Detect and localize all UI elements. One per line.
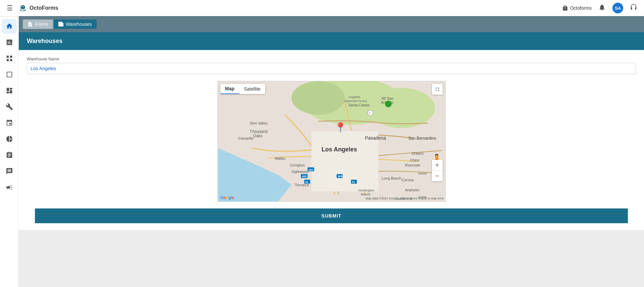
warehouse-name-input[interactable] bbox=[27, 63, 636, 74]
sidebar-item-tools[interactable] bbox=[2, 99, 17, 114]
sidebar-item-dashboard[interactable] bbox=[2, 83, 17, 98]
svg-text:405: 405 bbox=[302, 175, 306, 178]
svg-text:405: 405 bbox=[308, 169, 313, 172]
map-footer-text: Map data ©2024 Google, INEGI Terms Repor… bbox=[365, 197, 444, 200]
form-container: Warehouse Name bbox=[19, 50, 644, 230]
tools-icon bbox=[6, 103, 13, 110]
sidebar-item-home[interactable] bbox=[2, 19, 17, 34]
sidebar-item-chart[interactable] bbox=[2, 132, 17, 146]
svg-text:Mt San: Mt San bbox=[382, 96, 393, 100]
svg-point-2 bbox=[23, 6, 24, 7]
svg-point-8 bbox=[368, 88, 435, 128]
svg-text:National Forest: National Forest bbox=[344, 99, 367, 103]
svg-text:Riverside: Riverside bbox=[405, 163, 420, 167]
svg-text:91: 91 bbox=[305, 181, 308, 184]
map-wrapper: Los Angeles San Bernardino Ontario Chino… bbox=[27, 81, 636, 202]
svg-text:Pasadena: Pasadena bbox=[365, 135, 386, 141]
svg-text:Beach: Beach bbox=[361, 192, 370, 196]
box-icon bbox=[6, 71, 13, 78]
sidebar-item-tasks[interactable] bbox=[2, 148, 17, 162]
chart-icon bbox=[6, 135, 13, 143]
svg-text:91: 91 bbox=[352, 181, 355, 184]
headset-button[interactable] bbox=[629, 2, 639, 14]
sidebar-item-analytics[interactable] bbox=[2, 35, 17, 50]
map-controls: Map Satellite bbox=[220, 84, 265, 94]
submit-button[interactable]: SUBMIT bbox=[35, 208, 628, 223]
svg-text:Long Beach: Long Beach bbox=[382, 176, 401, 180]
sidebar-item-megaphone[interactable] bbox=[2, 180, 17, 195]
tab-warehouses[interactable]: Warehouses bbox=[54, 19, 97, 29]
map-container[interactable]: Los Angeles San Bernardino Ontario Chino… bbox=[217, 81, 446, 202]
fullscreen-icon bbox=[435, 87, 440, 92]
page-content: Warehouses Warehouse Name bbox=[19, 32, 644, 287]
top-nav: ☰ OctoForms Octoforms SA bbox=[0, 0, 644, 16]
calendar-icon bbox=[6, 119, 13, 127]
svg-text:Corona: Corona bbox=[401, 178, 414, 182]
map-tab-satellite[interactable]: Satellite bbox=[239, 84, 265, 94]
top-nav-right: Octoforms SA bbox=[562, 2, 639, 14]
headset-icon bbox=[630, 4, 637, 11]
hamburger-button[interactable]: ☰ bbox=[5, 3, 14, 13]
avatar[interactable]: SA bbox=[612, 3, 623, 13]
map-fullscreen-button[interactable] bbox=[432, 84, 443, 95]
svg-text:Los Angeles: Los Angeles bbox=[321, 146, 357, 153]
svg-text:Malibu: Malibu bbox=[275, 156, 285, 160]
svg-text:Oaks: Oaks bbox=[253, 134, 262, 138]
svg-point-0 bbox=[20, 5, 25, 9]
map-zoom-controls: + − bbox=[432, 160, 443, 181]
map-svg: Los Angeles San Bernardino Ontario Chino… bbox=[218, 81, 445, 201]
forms-tab-icon bbox=[28, 21, 33, 27]
zoom-out-button[interactable]: − bbox=[432, 171, 443, 181]
svg-point-1 bbox=[21, 6, 22, 7]
zoom-in-button[interactable]: + bbox=[432, 160, 443, 171]
sidebar-item-box[interactable] bbox=[2, 67, 17, 82]
analytics-icon bbox=[6, 39, 13, 46]
svg-text:Ontario: Ontario bbox=[411, 151, 424, 155]
page-header: Warehouses bbox=[19, 32, 644, 50]
home-icon bbox=[6, 22, 13, 30]
tasks-icon bbox=[6, 151, 13, 159]
svg-point-7 bbox=[291, 81, 345, 114]
megaphone-icon bbox=[6, 184, 13, 191]
bell-icon bbox=[598, 4, 606, 11]
svg-text:Compton: Compton bbox=[290, 163, 304, 167]
svg-text:Thousand: Thousand bbox=[250, 129, 267, 134]
shop-icon bbox=[562, 5, 568, 11]
shop-label: Octoforms bbox=[570, 5, 592, 11]
svg-text:605: 605 bbox=[338, 175, 342, 178]
breadcrumb-bar: Forms Warehouses bbox=[19, 16, 644, 32]
svg-text:Huntington: Huntington bbox=[358, 188, 374, 192]
brand-name: OctoForms bbox=[30, 5, 58, 11]
page-title: Warehouses bbox=[27, 38, 62, 44]
svg-text:Santa Clarita: Santa Clarita bbox=[348, 103, 369, 107]
svg-text:2: 2 bbox=[369, 112, 370, 115]
svg-text:Chino: Chino bbox=[410, 158, 419, 162]
svg-point-49 bbox=[385, 101, 392, 107]
sidebar-item-calendar[interactable] bbox=[2, 115, 17, 130]
map-marker: 📍 bbox=[335, 122, 346, 133]
brand-icon bbox=[18, 3, 28, 13]
grid-icon bbox=[6, 55, 13, 62]
sidebar-item-grid[interactable] bbox=[2, 51, 17, 66]
svg-text:Simi Valley: Simi Valley bbox=[250, 121, 268, 125]
svg-text:Camarillo: Camarillo bbox=[238, 136, 253, 140]
tab-forms[interactable]: Forms bbox=[23, 19, 53, 29]
content-area: Forms Warehouses Warehouses Warehouse Na… bbox=[19, 16, 644, 287]
warehouse-name-field: Warehouse Name bbox=[27, 57, 636, 74]
map-tab-map[interactable]: Map bbox=[220, 84, 239, 94]
alert-button[interactable] bbox=[597, 2, 607, 14]
svg-text:San Bernardino: San Bernardino bbox=[408, 136, 436, 141]
sidebar bbox=[0, 16, 19, 287]
brand: OctoForms bbox=[18, 3, 58, 13]
svg-text:Anaheim: Anaheim bbox=[405, 188, 419, 192]
messages-icon bbox=[6, 168, 13, 175]
svg-text:Inglewood: Inglewood bbox=[291, 170, 308, 174]
svg-text:Morer: Morer bbox=[418, 172, 427, 175]
svg-text:Angeles: Angeles bbox=[348, 95, 360, 99]
sidebar-item-messages[interactable] bbox=[2, 164, 17, 179]
main-layout: Forms Warehouses Warehouses Warehouse Na… bbox=[0, 16, 644, 287]
shop-nav[interactable]: Octoforms bbox=[562, 5, 592, 11]
warehouses-tab-icon bbox=[58, 21, 64, 27]
map-google-logo: Google bbox=[220, 195, 234, 200]
submit-bar: SUBMIT bbox=[27, 208, 636, 230]
